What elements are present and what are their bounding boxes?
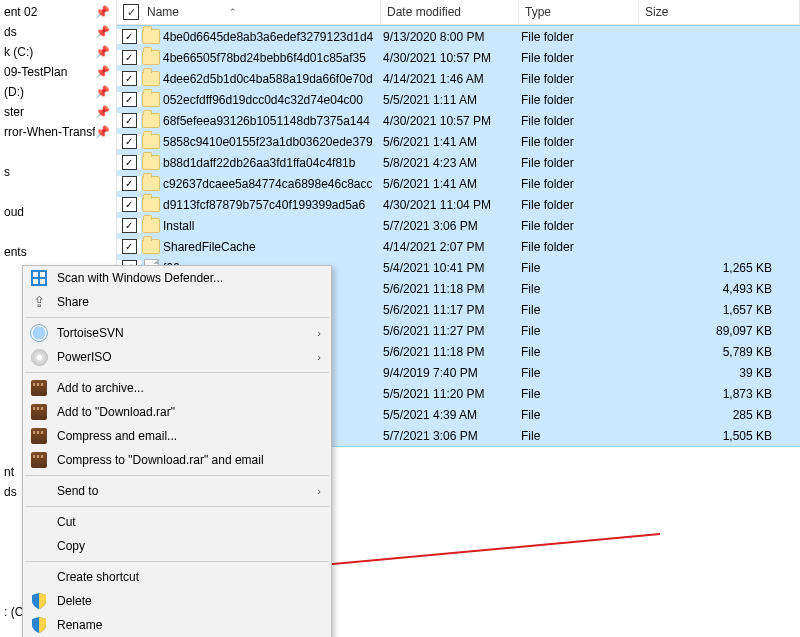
ctx-scan-defender[interactable]: Scan with Windows Defender... [23,266,331,290]
ctx-share[interactable]: ⇪ Share [23,290,331,314]
file-row[interactable]: ✓c92637dcaee5a84774ca6898e46c8acc5/6/202… [117,173,800,194]
ctx-add-rar[interactable]: Add to "Download.rar" [23,400,331,424]
row-date: 4/14/2021 2:07 PM [383,240,521,254]
row-checkbox[interactable]: ✓ [122,50,137,65]
column-name-label: Name [147,5,179,19]
row-checkbox[interactable]: ✓ [122,71,137,86]
row-checkbox[interactable]: ✓ [122,134,137,149]
file-row[interactable]: ✓SharedFileCache4/14/2021 2:07 PMFile fo… [117,236,800,257]
file-row[interactable]: ✓052ecfdff96d19dcc0d4c32d74e04c005/5/202… [117,89,800,110]
tree-item[interactable]: oud [2,202,116,222]
folder-icon [141,176,161,191]
row-name: d9113fcf87879b757c40f199399ad5a6 [161,198,383,212]
folder-icon [141,218,161,233]
row-checkbox[interactable]: ✓ [122,92,137,107]
ctx-rename[interactable]: Rename [23,613,331,637]
row-size: 89,097 KB [641,324,800,338]
tree-item-label: s [4,165,10,179]
svn-icon [29,323,49,343]
column-size[interactable]: Size [639,0,800,24]
row-date: 5/6/2021 11:18 PM [383,345,521,359]
file-row[interactable]: ✓4be66505f78bd24bebb6f4d01c85af354/30/20… [117,47,800,68]
tree-item-label: ent 02 [4,5,37,19]
ctx-cut[interactable]: Cut [23,510,331,534]
file-row[interactable]: ✓4dee62d5b1d0c4ba588a19da66f0e70d4/14/20… [117,68,800,89]
tree-item-label: nt [4,465,14,479]
row-checkbox[interactable]: ✓ [122,197,137,212]
pin-icon: 📌 [95,85,110,99]
tree-item[interactable]: (D:)📌 [2,82,116,102]
tree-item[interactable]: ds📌 [2,22,116,42]
row-checkbox[interactable]: ✓ [122,155,137,170]
file-row[interactable]: ✓b88d1daff22db26aa3fd1ffa04c4f81b5/8/202… [117,152,800,173]
separator [25,475,329,476]
row-date: 5/6/2021 11:17 PM [383,303,521,317]
ctx-compress-rar-email[interactable]: Compress to "Download.rar" and email [23,448,331,472]
tree-item[interactable]: k (C:)📌 [2,42,116,62]
ctx-send-to[interactable]: Send to › [23,479,331,503]
folder-icon [141,71,161,86]
row-name: b88d1daff22db26aa3fd1ffa04c4f81b [161,156,383,170]
ctx-shortcut[interactable]: Create shortcut [23,565,331,589]
tree-item-label: ster [4,105,24,119]
pin-icon: 📌 [95,125,110,139]
tree-item[interactable]: s [2,162,116,182]
separator [25,372,329,373]
ctx-copy[interactable]: Copy [23,534,331,558]
column-name[interactable]: ✓ Name ⌃ [117,0,381,24]
row-date: 4/30/2021 11:04 PM [383,198,521,212]
folder-icon [141,113,161,128]
row-checkbox[interactable]: ✓ [122,218,137,233]
row-date: 4/14/2021 1:46 AM [383,72,521,86]
ctx-delete[interactable]: Delete [23,589,331,613]
row-checkbox[interactable]: ✓ [122,239,137,254]
rar-icon [29,402,49,422]
shield-icon [29,591,49,611]
row-type: File folder [521,198,641,212]
row-checkbox-cell: ✓ [117,71,141,86]
row-type: File folder [521,135,641,149]
ctx-add-archive[interactable]: Add to archive... [23,376,331,400]
row-date: 5/6/2021 11:27 PM [383,324,521,338]
folder-icon [141,29,161,44]
select-all-checkbox[interactable]: ✓ [123,4,139,20]
tree-item[interactable]: ster📌 [2,102,116,122]
row-checkbox-cell: ✓ [117,239,141,254]
file-row[interactable]: ✓5858c9410e0155f23a1db03620ede3795/6/202… [117,131,800,152]
ctx-compress-email[interactable]: Compress and email... [23,424,331,448]
row-date: 5/5/2021 11:20 PM [383,387,521,401]
file-row[interactable]: ✓Install5/7/2021 3:06 PMFile folder [117,215,800,236]
row-type: File [521,387,641,401]
column-type[interactable]: Type [519,0,639,24]
tree-item[interactable] [2,142,116,162]
row-checkbox[interactable]: ✓ [122,113,137,128]
folder-icon [141,134,161,149]
tree-item[interactable] [2,222,116,242]
file-row[interactable]: ✓68f5efeea93126b1051148db7375a1444/30/20… [117,110,800,131]
tree-item[interactable]: ent 02📌 [2,2,116,22]
row-checkbox[interactable]: ✓ [122,29,137,44]
ctx-tortoisesvn[interactable]: TortoiseSVN › [23,321,331,345]
column-date[interactable]: Date modified [381,0,519,24]
file-row[interactable]: ✓d9113fcf87879b757c40f199399ad5a64/30/20… [117,194,800,215]
row-date: 9/4/2019 7:40 PM [383,366,521,380]
pin-icon: 📌 [95,65,110,79]
folder-icon [141,50,161,65]
tree-item[interactable]: ents [2,242,116,262]
row-type: File folder [521,177,641,191]
tree-item[interactable] [2,182,116,202]
row-date: 5/7/2021 3:06 PM [383,219,521,233]
row-checkbox[interactable]: ✓ [122,176,137,191]
ctx-poweriso[interactable]: PowerISO › [23,345,331,369]
rar-icon [29,378,49,398]
tree-item[interactable]: rror-When-Transf📌 [2,122,116,142]
row-date: 4/30/2021 10:57 PM [383,51,521,65]
rar-icon [29,426,49,446]
row-date: 5/5/2021 4:39 AM [383,408,521,422]
context-menu: Scan with Windows Defender... ⇪ Share To… [22,265,332,637]
row-type: File folder [521,93,641,107]
file-row[interactable]: ✓4be0d6645de8ab3a6edef3279123d1d49/13/20… [117,25,800,47]
tree-item-label: ents [4,245,27,259]
tree-item[interactable]: 09-TestPlan📌 [2,62,116,82]
row-type: File folder [521,72,641,86]
